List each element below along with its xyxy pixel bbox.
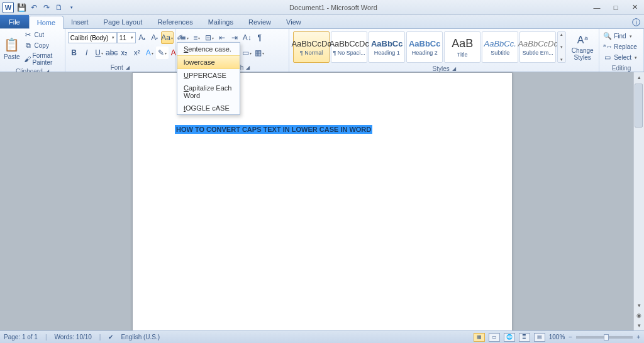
cut-icon: ✂ <box>24 31 33 39</box>
font-size-combo[interactable]: 11▾ <box>117 32 136 43</box>
paste-label: Paste <box>4 53 20 60</box>
find-button[interactable]: 🔍Find▾ <box>602 31 633 41</box>
status-words[interactable]: Words: 10/10 <box>55 334 92 340</box>
copy-button[interactable]: ⧉Copy <box>23 41 62 50</box>
shrink-font-button[interactable]: A▾ <box>148 31 161 44</box>
style-heading-1[interactable]: AaBbCcHeading 1 <box>369 31 405 63</box>
help-icon[interactable]: ⓘ <box>632 17 640 28</box>
zoom-level[interactable]: 100% <box>549 334 565 340</box>
tab-review[interactable]: Review <box>241 15 279 28</box>
status-proof-icon[interactable]: ✔ <box>108 334 113 340</box>
scroll-thumb[interactable] <box>635 84 643 128</box>
tab-insert[interactable]: Insert <box>64 15 96 28</box>
change-styles-button[interactable]: Aᵃ Change Styles <box>569 31 596 63</box>
paste-icon: 📋 <box>4 37 19 52</box>
view-outline[interactable]: ≣ <box>519 333 530 342</box>
cut-button[interactable]: ✂Cut <box>23 30 62 40</box>
style-title[interactable]: AaBTitle <box>444 31 480 63</box>
group-styles: AaBbCcDc¶ Normal AaBbCcDc¶ No Spaci... A… <box>289 29 599 72</box>
replace-icon: ᵃ↔ <box>603 43 612 51</box>
tab-references[interactable]: References <box>150 15 200 28</box>
view-print-layout[interactable]: ▦ <box>474 333 485 342</box>
change-case-sentence[interactable]: Sentence case. <box>177 43 240 55</box>
qat-undo-button[interactable]: ↶ <box>29 3 39 13</box>
format-painter-button[interactable]: 🖌Format Painter <box>23 52 62 67</box>
italic-button[interactable]: I <box>80 46 93 59</box>
tab-view[interactable]: View <box>279 15 309 28</box>
qat-redo-button[interactable]: ↷ <box>42 3 52 13</box>
zoom-out-button[interactable]: − <box>569 334 572 340</box>
underline-button[interactable]: U▾ <box>93 46 106 59</box>
change-case-uppercase[interactable]: UPPERCASE <box>177 69 240 82</box>
tab-mailings[interactable]: Mailings <box>201 15 241 28</box>
scroll-up-icon[interactable]: ▴ <box>634 72 644 82</box>
title-bar: W 💾 ↶ ↷ 🗋 ▾ Document1 - Microsoft Word —… <box>0 0 644 15</box>
find-icon: 🔍 <box>603 32 612 40</box>
ribbon: 📋 Paste ✂Cut ⧉Copy 🖌Format Painter Clipb… <box>0 29 644 72</box>
change-case-lowercase[interactable]: lowercase <box>177 55 240 69</box>
shading-button[interactable]: ▭▾ <box>241 46 253 59</box>
font-name-combo[interactable]: Calibri (Body)▾ <box>68 32 117 43</box>
style-subtle-em[interactable]: AaBbCcDcSubtle Em... <box>519 31 556 63</box>
styles-launcher-icon[interactable]: ◢ <box>452 66 456 72</box>
subscript-button[interactable]: x₂ <box>118 46 131 59</box>
change-case-button[interactable]: Aa▾ <box>161 31 174 44</box>
view-draft[interactable]: ▤ <box>534 333 545 342</box>
styles-scroll[interactable]: ▴▾▾ <box>557 31 566 63</box>
font-launcher-icon[interactable]: ◢ <box>126 65 130 70</box>
qat-customize-icon[interactable]: ▾ <box>67 3 77 13</box>
close-button[interactable]: ✕ <box>625 1 644 14</box>
file-tab[interactable]: File <box>0 15 29 28</box>
workspace: HOW TO CONVERT CAPS TEXT IN LOWER CASE I… <box>0 72 644 330</box>
style-normal[interactable]: AaBbCcDc¶ Normal <box>293 31 330 63</box>
change-styles-icon: Aᵃ <box>577 34 588 46</box>
browse-next-icon[interactable]: ▾ <box>634 320 644 330</box>
status-page[interactable]: Page: 1 of 1 <box>4 334 38 340</box>
maximize-button[interactable]: □ <box>606 1 625 14</box>
quick-access-toolbar: W 💾 ↶ ↷ 🗋 ▾ <box>0 2 79 13</box>
selected-text[interactable]: HOW TO CONVERT CAPS TEXT IN LOWER CASE I… <box>175 125 372 134</box>
status-language[interactable]: English (U.S.) <box>121 334 160 340</box>
change-case-menu: Sentence case. lowercase UPPERCASE Capit… <box>177 42 240 115</box>
style-heading-2[interactable]: AaBbCcHeading 2 <box>406 31 443 63</box>
borders-button[interactable]: ▦▾ <box>253 46 266 59</box>
show-marks-button[interactable]: ¶ <box>253 31 266 44</box>
select-icon: ▭ <box>603 53 612 62</box>
zoom-knob[interactable] <box>604 334 609 340</box>
scroll-down-icon[interactable]: ▾ <box>634 300 644 310</box>
view-full-screen[interactable]: ▭ <box>489 333 500 342</box>
browse-prev-icon[interactable]: ◉ <box>634 310 644 320</box>
qat-new-button[interactable]: 🗋 <box>54 3 64 13</box>
text-effects-button[interactable]: A▾ <box>143 46 156 59</box>
replace-button[interactable]: ᵃ↔Replace <box>602 42 638 52</box>
select-button[interactable]: ▭Select▾ <box>602 53 638 62</box>
zoom-slider[interactable] <box>576 336 633 339</box>
group-clipboard: 📋 Paste ✂Cut ⧉Copy 🖌Format Painter Clipb… <box>0 29 65 72</box>
tab-home[interactable]: Home <box>29 16 64 29</box>
minimize-button[interactable]: — <box>587 1 606 14</box>
copy-icon: ⧉ <box>24 41 33 50</box>
style-no-spacing[interactable]: AaBbCcDc¶ No Spaci... <box>331 31 367 63</box>
strikethrough-button[interactable]: abc <box>106 46 118 59</box>
qat-save-button[interactable]: 💾 <box>16 3 26 13</box>
change-case-capitalize[interactable]: Capitalize Each Word <box>177 82 240 102</box>
sort-button[interactable]: A↓ <box>241 31 253 44</box>
zoom-in-button[interactable]: + <box>636 334 640 340</box>
paste-button[interactable]: 📋 Paste <box>3 32 21 65</box>
view-web[interactable]: 🌐 <box>504 333 515 342</box>
change-case-toggle[interactable]: tOGGLE cASE <box>177 102 240 114</box>
styles-gallery[interactable]: AaBbCcDc¶ Normal AaBbCcDc¶ No Spaci... A… <box>292 30 567 64</box>
word-logo-icon: W <box>3 2 14 13</box>
grow-font-button[interactable]: A▴ <box>136 31 148 44</box>
group-font: Calibri (Body)▾ 11▾ A▴ A▾ Aa▾ ✐ B I U▾ a… <box>65 29 175 72</box>
tab-page-layout[interactable]: Page Layout <box>96 15 150 28</box>
group-editing: 🔍Find▾ ᵃ↔Replace ▭Select▾ Editing <box>599 29 644 72</box>
style-subtitle[interactable]: AaBbCc.Subtitle <box>482 31 518 63</box>
superscript-button[interactable]: x² <box>131 46 143 59</box>
status-bar: Page: 1 of 1 | Words: 10/10 | ✔ English … <box>0 330 644 343</box>
vertical-scrollbar[interactable]: ▴ ▾ ◉ ▾ <box>633 72 644 330</box>
highlight-button[interactable]: ✎▾ <box>156 46 169 59</box>
bold-button[interactable]: B <box>68 46 80 59</box>
paragraph-launcher-icon[interactable]: ◢ <box>246 65 250 70</box>
ribbon-tabs: File Home Insert Page Layout References … <box>0 15 644 29</box>
